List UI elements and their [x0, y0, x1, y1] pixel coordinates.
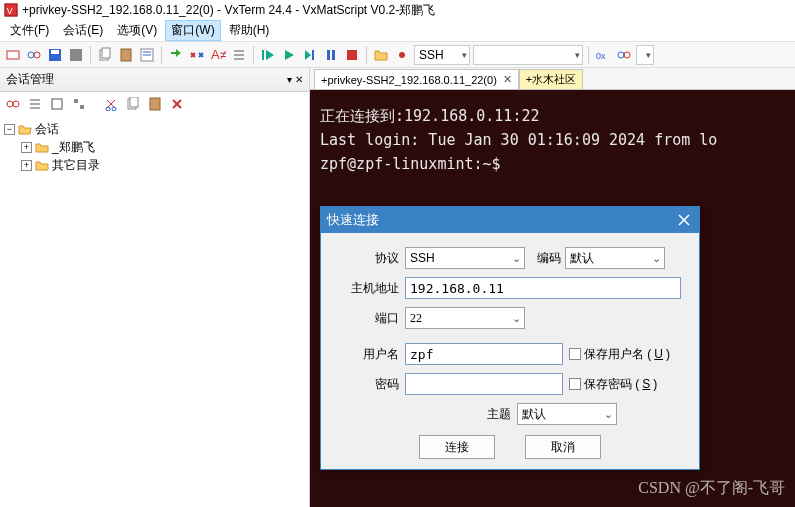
sidebar-expand-icon[interactable]: ▾ ✕: [287, 74, 303, 85]
tab-session[interactable]: +privkey-SSH2_192.168.0.11_22(0) ✕: [314, 69, 519, 89]
svg-rect-34: [80, 105, 84, 109]
label-username: 用户名: [337, 346, 399, 363]
separator: [253, 46, 254, 64]
separator: [161, 46, 162, 64]
term-line: 正在连接到:192.168.0.11:22: [320, 104, 785, 128]
stop-icon[interactable]: [343, 46, 361, 64]
dialog-titlebar: 快速连接: [321, 207, 699, 233]
menu-bar: 文件(F) 会话(E) 选项(V) 窗口(W) 帮助(H): [0, 20, 795, 42]
svg-rect-18: [262, 50, 264, 60]
sidebar-title: 会话管理: [6, 71, 54, 88]
arrows-icon[interactable]: [167, 46, 185, 64]
menu-window[interactable]: 窗口(W): [165, 20, 220, 41]
swap-icon[interactable]: [188, 46, 206, 64]
empty-combo[interactable]: [473, 45, 583, 65]
encoding-select[interactable]: 默认: [565, 247, 665, 269]
folder-icon: [35, 141, 49, 153]
svg-text:0x: 0x: [596, 51, 606, 61]
svg-rect-6: [51, 50, 59, 54]
folder-icon: [35, 159, 49, 171]
play-icon[interactable]: [280, 46, 298, 64]
svg-rect-19: [312, 50, 314, 60]
list-icon[interactable]: [230, 46, 248, 64]
svg-point-27: [7, 101, 13, 107]
tree-node-label: 其它目录: [52, 157, 100, 174]
separator: [588, 46, 589, 64]
save-password-checkbox[interactable]: 保存密码 (S): [569, 376, 657, 393]
main-toolbar: A≠ SSH 0x: [0, 42, 795, 68]
sidebar-title-bar: 会话管理 ▾ ✕: [0, 68, 309, 92]
step-icon[interactable]: [301, 46, 319, 64]
svg-point-4: [34, 52, 40, 58]
svg-text:V: V: [7, 6, 13, 16]
cancel-button[interactable]: 取消: [525, 435, 601, 459]
folder-open-icon: [18, 123, 32, 135]
svg-point-3: [28, 52, 34, 58]
label-password: 密码: [337, 376, 399, 393]
svg-point-26: [624, 52, 630, 58]
conn-dot-icon[interactable]: [393, 46, 411, 64]
app-icon: V: [4, 3, 18, 17]
label-port: 端口: [337, 310, 399, 327]
play-start-icon[interactable]: [259, 46, 277, 64]
log-icon[interactable]: [138, 46, 156, 64]
collapse-icon[interactable]: −: [4, 124, 15, 135]
new-session-icon[interactable]: [4, 46, 22, 64]
tab-bar: +privkey-SSH2_192.168.0.11_22(0) ✕ +水木社区: [310, 68, 795, 90]
link2-icon[interactable]: [615, 46, 633, 64]
window-title: +privkey-SSH2_192.168.0.11_22(0) - VxTer…: [22, 2, 435, 19]
menu-file[interactable]: 文件(F): [4, 20, 55, 41]
password-input[interactable]: [405, 373, 563, 395]
menu-help[interactable]: 帮助(H): [223, 20, 276, 41]
not-equal-icon[interactable]: A≠: [209, 46, 227, 64]
protocol-combo[interactable]: SSH: [414, 45, 470, 65]
tree-root[interactable]: − 会话: [4, 120, 305, 138]
sb-tree-icon[interactable]: [70, 95, 88, 113]
port-select[interactable]: 22: [405, 307, 525, 329]
paste-icon[interactable]: [117, 46, 135, 64]
sb-copy-icon[interactable]: [124, 95, 142, 113]
hex-icon[interactable]: 0x: [594, 46, 612, 64]
sb-props-icon[interactable]: [48, 95, 66, 113]
tree-node[interactable]: + 其它目录: [4, 156, 305, 174]
sb-delete-icon[interactable]: [168, 95, 186, 113]
tree-node[interactable]: + _郑鹏飞: [4, 138, 305, 156]
sidebar: 会话管理 ▾ ✕ − 会话 + _郑鹏飞: [0, 68, 310, 507]
svg-rect-39: [150, 98, 160, 110]
expand-icon[interactable]: +: [21, 160, 32, 171]
theme-select[interactable]: 默认: [517, 403, 617, 425]
sidebar-toolbar: [0, 92, 309, 116]
link-icon[interactable]: [25, 46, 43, 64]
save-username-checkbox[interactable]: 保存用户名 (U): [569, 346, 670, 363]
pause-icon[interactable]: [322, 46, 340, 64]
svg-rect-33: [74, 99, 78, 103]
username-input[interactable]: [405, 343, 563, 365]
svg-rect-10: [121, 49, 131, 61]
tab-community[interactable]: +水木社区: [519, 69, 583, 89]
host-input[interactable]: [405, 277, 681, 299]
sb-list-icon[interactable]: [26, 95, 44, 113]
term-line: zpf@zpf-linuxmint:~$: [320, 152, 785, 176]
sb-cut-icon[interactable]: [102, 95, 120, 113]
copy-icon[interactable]: [96, 46, 114, 64]
menu-options[interactable]: 选项(V): [111, 20, 163, 41]
dialog-title: 快速连接: [327, 211, 379, 229]
svg-point-23: [399, 52, 405, 58]
svg-rect-9: [102, 48, 110, 58]
label-encoding: 编码: [537, 250, 561, 267]
expand-icon[interactable]: +: [21, 142, 32, 153]
close-icon[interactable]: [675, 211, 693, 229]
folder-icon[interactable]: [372, 46, 390, 64]
sb-link-icon[interactable]: [4, 95, 22, 113]
protocol-select[interactable]: SSH: [405, 247, 525, 269]
title-bar: V +privkey-SSH2_192.168.0.11_22(0) - VxT…: [0, 0, 795, 20]
connect-button[interactable]: 连接: [419, 435, 495, 459]
svg-rect-20: [327, 50, 330, 60]
label-host: 主机地址: [337, 280, 399, 297]
save2-icon[interactable]: [67, 46, 85, 64]
dropdown-icon[interactable]: [636, 45, 654, 65]
menu-session[interactable]: 会话(E): [57, 20, 109, 41]
save-icon[interactable]: [46, 46, 64, 64]
tab-close-icon[interactable]: ✕: [503, 73, 512, 86]
sb-paste-icon[interactable]: [146, 95, 164, 113]
